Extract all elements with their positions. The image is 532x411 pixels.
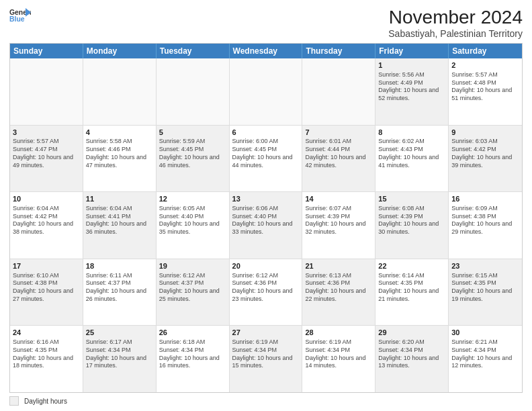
- day-info: Sunrise: 6:16 AM Sunset: 4:35 PM Dayligh…: [13, 338, 80, 370]
- day-info: Sunrise: 6:19 AM Sunset: 4:34 PM Dayligh…: [232, 338, 300, 370]
- day-info: Sunrise: 6:10 AM Sunset: 4:38 PM Dayligh…: [13, 272, 80, 304]
- header-sunday: Sunday: [10, 44, 83, 58]
- day-number: 16: [451, 194, 519, 204]
- day-info: Sunrise: 6:12 AM Sunset: 4:37 PM Dayligh…: [159, 272, 226, 304]
- day-info: Sunrise: 6:08 AM Sunset: 4:39 PM Dayligh…: [378, 205, 445, 236]
- day-info: Sunrise: 6:17 AM Sunset: 4:34 PM Dayligh…: [86, 338, 153, 370]
- table-row: 27Sunrise: 6:19 AM Sunset: 4:34 PM Dayli…: [230, 326, 303, 392]
- day-number: 27: [232, 328, 300, 338]
- day-info: Sunrise: 6:11 AM Sunset: 4:37 PM Dayligh…: [86, 272, 153, 304]
- location-title: Sabastiyah, Palestinian Territory: [388, 28, 523, 39]
- day-info: Sunrise: 6:01 AM Sunset: 4:44 PM Dayligh…: [305, 138, 372, 169]
- table-row: 30Sunrise: 6:21 AM Sunset: 4:34 PM Dayli…: [449, 326, 522, 392]
- header-wednesday: Wednesday: [230, 44, 303, 58]
- day-number: 4: [86, 128, 153, 138]
- table-row: 26Sunrise: 6:18 AM Sunset: 4:34 PM Dayli…: [157, 326, 230, 392]
- day-info: Sunrise: 6:02 AM Sunset: 4:43 PM Dayligh…: [378, 138, 445, 169]
- table-row: [157, 58, 230, 125]
- day-info: Sunrise: 6:09 AM Sunset: 4:38 PM Dayligh…: [451, 205, 519, 236]
- day-number: 11: [86, 194, 153, 204]
- day-number: 1: [378, 60, 445, 71]
- table-row: 16Sunrise: 6:09 AM Sunset: 4:38 PM Dayli…: [449, 192, 522, 259]
- day-number: 6: [232, 128, 300, 138]
- table-row: 22Sunrise: 6:14 AM Sunset: 4:35 PM Dayli…: [375, 259, 449, 326]
- day-info: Sunrise: 6:18 AM Sunset: 4:34 PM Dayligh…: [159, 338, 226, 370]
- day-info: Sunrise: 6:06 AM Sunset: 4:40 PM Dayligh…: [232, 205, 300, 236]
- table-row: 8Sunrise: 6:02 AM Sunset: 4:43 PM Daylig…: [375, 126, 449, 192]
- day-number: 26: [159, 328, 226, 338]
- day-info: Sunrise: 5:56 AM Sunset: 4:49 PM Dayligh…: [378, 71, 445, 103]
- day-info: Sunrise: 5:57 AM Sunset: 4:47 PM Dayligh…: [13, 138, 80, 169]
- day-info: Sunrise: 6:07 AM Sunset: 4:39 PM Dayligh…: [305, 205, 372, 236]
- day-number: 5: [159, 128, 226, 138]
- day-info: Sunrise: 6:15 AM Sunset: 4:35 PM Dayligh…: [451, 272, 519, 304]
- table-row: 20Sunrise: 6:12 AM Sunset: 4:36 PM Dayli…: [230, 259, 303, 326]
- day-info: Sunrise: 6:19 AM Sunset: 4:34 PM Dayligh…: [305, 338, 372, 370]
- table-row: 6Sunrise: 6:00 AM Sunset: 4:45 PM Daylig…: [230, 126, 303, 192]
- legend-label: Daylight hours: [24, 398, 67, 405]
- table-row: 10Sunrise: 6:04 AM Sunset: 4:42 PM Dayli…: [10, 192, 83, 259]
- day-number: 8: [378, 128, 445, 138]
- legend-box: [9, 396, 19, 406]
- calendar-row-4: 24Sunrise: 6:16 AM Sunset: 4:35 PM Dayli…: [10, 325, 522, 392]
- day-number: 23: [451, 261, 519, 271]
- calendar-row-2: 10Sunrise: 6:04 AM Sunset: 4:42 PM Dayli…: [10, 191, 522, 259]
- day-number: 21: [305, 261, 372, 271]
- day-info: Sunrise: 5:59 AM Sunset: 4:45 PM Dayligh…: [159, 138, 226, 169]
- day-number: 15: [378, 194, 445, 204]
- day-number: 7: [305, 128, 372, 138]
- day-number: 12: [159, 194, 226, 204]
- table-row: 12Sunrise: 6:05 AM Sunset: 4:40 PM Dayli…: [157, 192, 230, 259]
- header-monday: Monday: [83, 44, 157, 58]
- day-number: 17: [13, 261, 80, 271]
- day-number: 25: [86, 328, 153, 338]
- day-number: 24: [13, 328, 80, 338]
- table-row: 4Sunrise: 5:58 AM Sunset: 4:46 PM Daylig…: [83, 126, 157, 192]
- header-tuesday: Tuesday: [157, 44, 230, 58]
- table-row: 28Sunrise: 6:19 AM Sunset: 4:34 PM Dayli…: [302, 326, 375, 392]
- table-row: 23Sunrise: 6:15 AM Sunset: 4:35 PM Dayli…: [449, 259, 522, 326]
- calendar-header: Sunday Monday Tuesday Wednesday Thursday…: [10, 44, 522, 58]
- table-row: [230, 58, 303, 125]
- table-row: 15Sunrise: 6:08 AM Sunset: 4:39 PM Dayli…: [375, 192, 449, 259]
- table-row: 7Sunrise: 6:01 AM Sunset: 4:44 PM Daylig…: [302, 126, 375, 192]
- table-row: 1Sunrise: 5:56 AM Sunset: 4:49 PM Daylig…: [375, 58, 449, 125]
- table-row: 9Sunrise: 6:03 AM Sunset: 4:42 PM Daylig…: [449, 126, 522, 192]
- day-info: Sunrise: 6:00 AM Sunset: 4:45 PM Dayligh…: [232, 138, 300, 169]
- title-block: November 2024 Sabastiyah, Palestinian Te…: [388, 7, 523, 39]
- day-info: Sunrise: 6:03 AM Sunset: 4:42 PM Dayligh…: [451, 138, 519, 169]
- table-row: 18Sunrise: 6:11 AM Sunset: 4:37 PM Dayli…: [83, 259, 157, 326]
- table-row: 5Sunrise: 5:59 AM Sunset: 4:45 PM Daylig…: [157, 126, 230, 192]
- day-number: 19: [159, 261, 226, 271]
- day-number: 18: [86, 261, 153, 271]
- day-info: Sunrise: 5:58 AM Sunset: 4:46 PM Dayligh…: [86, 138, 153, 169]
- day-info: Sunrise: 6:21 AM Sunset: 4:34 PM Dayligh…: [451, 338, 519, 370]
- table-row: 24Sunrise: 6:16 AM Sunset: 4:35 PM Dayli…: [10, 326, 83, 392]
- svg-text:Blue: Blue: [9, 15, 25, 23]
- table-row: 11Sunrise: 6:04 AM Sunset: 4:41 PM Dayli…: [83, 192, 157, 259]
- table-row: 29Sunrise: 6:20 AM Sunset: 4:34 PM Dayli…: [375, 326, 449, 392]
- day-number: 30: [451, 328, 519, 338]
- header: General Blue November 2024 Sabastiyah, P…: [9, 7, 523, 39]
- logo: General Blue: [9, 7, 31, 26]
- day-info: Sunrise: 6:04 AM Sunset: 4:42 PM Dayligh…: [13, 205, 80, 236]
- table-row: 2Sunrise: 5:57 AM Sunset: 4:48 PM Daylig…: [449, 58, 522, 125]
- header-friday: Friday: [375, 44, 449, 58]
- day-number: 22: [378, 261, 445, 271]
- logo-icon: General Blue: [9, 7, 31, 26]
- month-title: November 2024: [388, 7, 523, 28]
- day-info: Sunrise: 6:20 AM Sunset: 4:34 PM Dayligh…: [378, 338, 445, 370]
- calendar-body: 1Sunrise: 5:56 AM Sunset: 4:49 PM Daylig…: [10, 58, 522, 392]
- day-info: Sunrise: 6:05 AM Sunset: 4:40 PM Dayligh…: [159, 205, 226, 236]
- legend: Daylight hours: [9, 396, 523, 406]
- header-thursday: Thursday: [302, 44, 375, 58]
- table-row: 13Sunrise: 6:06 AM Sunset: 4:40 PM Dayli…: [230, 192, 303, 259]
- calendar-row-3: 17Sunrise: 6:10 AM Sunset: 4:38 PM Dayli…: [10, 259, 522, 326]
- day-info: Sunrise: 6:04 AM Sunset: 4:41 PM Dayligh…: [86, 205, 153, 236]
- calendar-row-0: 1Sunrise: 5:56 AM Sunset: 4:49 PM Daylig…: [10, 58, 522, 125]
- table-row: 14Sunrise: 6:07 AM Sunset: 4:39 PM Dayli…: [302, 192, 375, 259]
- day-number: 20: [232, 261, 300, 271]
- header-saturday: Saturday: [449, 44, 522, 58]
- day-number: 9: [451, 128, 519, 138]
- table-row: [10, 58, 83, 125]
